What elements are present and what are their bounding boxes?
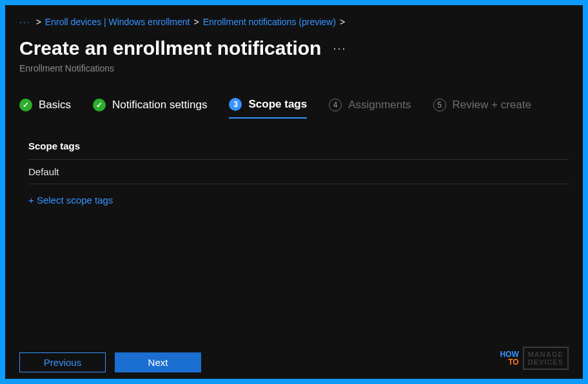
breadcrumb: ··· > Enroll devices | Windows enrollmen… xyxy=(19,17,569,27)
tab-label: Assignments xyxy=(348,99,411,111)
tab-basics[interactable]: ✓ Basics xyxy=(19,99,71,118)
checkmark-icon: ✓ xyxy=(93,99,106,111)
breadcrumb-link-enroll-devices[interactable]: Enroll devices | Windows enrollment xyxy=(45,17,190,27)
tab-notification-settings[interactable]: ✓ Notification settings xyxy=(93,99,207,118)
select-scope-tags-link[interactable]: + Select scope tags xyxy=(28,195,113,206)
tab-label: Scope tags xyxy=(248,98,307,111)
watermark-manage-devices: MANAGE DEVICES xyxy=(523,347,569,370)
breadcrumb-separator: > xyxy=(36,17,41,27)
next-button[interactable]: Next xyxy=(115,352,201,372)
page-subtitle: Enrollment Notifications xyxy=(19,63,569,73)
more-actions-icon[interactable]: ··· xyxy=(333,42,346,55)
step-number-icon: 3 xyxy=(229,98,242,111)
footer-actions: Previous Next xyxy=(19,352,569,372)
tab-label: Review + create xyxy=(453,99,531,111)
step-number-icon: 5 xyxy=(433,99,446,111)
watermark-logo: HOW TO MANAGE DEVICES xyxy=(500,347,569,370)
section-heading-scope-tags: Scope tags xyxy=(28,140,569,151)
tab-scope-tags[interactable]: 3 Scope tags xyxy=(229,98,307,119)
breadcrumb-link-enrollment-notifications[interactable]: Enrollment notifications (preview) xyxy=(203,17,336,27)
app-frame: ··· > Enroll devices | Windows enrollmen… xyxy=(5,5,583,379)
tab-label: Notification settings xyxy=(112,99,207,111)
page-title: Create an enrollment notification xyxy=(19,37,321,59)
breadcrumb-separator: > xyxy=(340,17,345,27)
wizard-tabs: ✓ Basics ✓ Notification settings 3 Scope… xyxy=(19,98,569,119)
content-area: Scope tags Default + Select scope tags xyxy=(19,140,569,379)
previous-button[interactable]: Previous xyxy=(19,352,106,372)
step-number-icon: 4 xyxy=(329,99,342,111)
breadcrumb-overflow[interactable]: ··· xyxy=(19,17,32,27)
scope-tag-row[interactable]: Default xyxy=(28,159,569,184)
breadcrumb-separator: > xyxy=(193,17,199,27)
tab-assignments[interactable]: 4 Assignments xyxy=(329,99,411,118)
tab-label: Basics xyxy=(39,99,71,111)
title-row: Create an enrollment notification ··· xyxy=(19,37,569,59)
tab-review-create[interactable]: 5 Review + create xyxy=(433,99,531,118)
watermark-howto: HOW TO xyxy=(500,350,518,366)
checkmark-icon: ✓ xyxy=(19,99,32,111)
